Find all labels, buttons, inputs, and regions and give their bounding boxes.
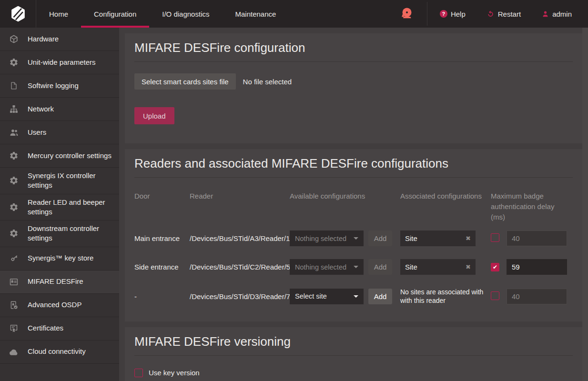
- use-key-version-row: Use key version: [134, 369, 573, 377]
- sidebar-item-label: Network: [28, 104, 54, 114]
- alarm-bell-icon: [399, 6, 414, 21]
- user-menu[interactable]: admin: [542, 10, 572, 18]
- certificate-icon: [0, 323, 28, 333]
- column-header-max-delay: Maximum badge authentication delay (ms): [491, 191, 573, 222]
- cloud-icon: [0, 348, 28, 356]
- nav-io-diagnostics[interactable]: I/O diagnostics: [149, 0, 222, 28]
- sidebar-item-label: Users: [28, 128, 46, 137]
- add-config-button[interactable]: Add: [368, 289, 392, 304]
- nav-home[interactable]: Home: [36, 0, 81, 28]
- door-cell: -: [134, 292, 190, 301]
- gear-icon: [0, 176, 28, 185]
- sidebar-item-certificates[interactable]: Certificates: [0, 317, 119, 341]
- sidebar-item-synergis-key-store[interactable]: Synergis™ key store: [0, 247, 119, 271]
- sidebar-item-label: Downstream controller settings: [28, 224, 113, 243]
- network-icon: [0, 104, 28, 114]
- restart-label: Restart: [498, 10, 521, 18]
- upload-button[interactable]: Upload: [134, 107, 174, 124]
- available-config-dropdown[interactable]: Nothing selected: [290, 259, 364, 275]
- readers-table-header: Door Reader Available configurations Ass…: [134, 191, 573, 222]
- column-header-available: Available configurations: [290, 191, 400, 201]
- available-config-cell: Nothing selected Add: [290, 259, 400, 275]
- sidebar-item-network[interactable]: Network: [0, 98, 119, 121]
- select-sites-file-button[interactable]: Select smart cards sites file: [134, 73, 236, 90]
- add-config-button[interactable]: Add: [368, 231, 392, 246]
- restart-icon: [487, 10, 495, 18]
- use-key-version-label: Use key version: [149, 369, 200, 377]
- nav-configuration[interactable]: Configuration: [81, 0, 149, 28]
- sidebar-item-label: Softwire logging: [28, 81, 79, 90]
- sidebar-item-label: MIFARE DESFire: [28, 277, 83, 286]
- remove-site-icon[interactable]: [466, 235, 471, 242]
- top-navbar: Home Configuration I/O diagnostics Maint…: [0, 0, 588, 28]
- remove-site-icon[interactable]: [466, 263, 471, 271]
- gear-icon: [0, 151, 28, 160]
- associated-config-cell: Site: [400, 231, 491, 246]
- sidebar-item-reader-led-beeper-settings[interactable]: Reader LED and beeper settings: [0, 194, 119, 221]
- help-icon: ?: [440, 10, 447, 18]
- delay-input-cell: [507, 231, 573, 246]
- sidebar: Hardware Unit-wide parameters Softwire l…: [0, 28, 119, 381]
- delay-override-checkbox[interactable]: [491, 263, 499, 271]
- dropdown-value: Select site: [295, 292, 327, 300]
- dropdown-value: Nothing selected: [295, 263, 346, 271]
- reader-row-unassigned: - /Devices/Bus/STid/D3/Reader/7 Select s…: [134, 288, 573, 305]
- scrollbar[interactable]: [582, 28, 588, 381]
- sidebar-item-downstream-controller-settings[interactable]: Downstream controller settings: [0, 221, 119, 247]
- delay-input-cell: [507, 259, 573, 275]
- reader-path-cell: /Devices/Bus/STid/A3/Reader/1: [190, 234, 290, 242]
- chip-label: Site: [405, 263, 417, 271]
- sidebar-item-synergis-ix-controller-settings[interactable]: Synergis IX controller settings: [0, 168, 119, 194]
- gear-icon: [0, 229, 28, 238]
- column-header-door: Door: [134, 191, 190, 201]
- available-config-dropdown[interactable]: Nothing selected: [290, 231, 364, 246]
- chevron-down-icon: [354, 266, 358, 268]
- card-lock-icon: [0, 277, 28, 287]
- column-header-associated: Associated configurations: [400, 191, 491, 201]
- door-cell: Side entrance: [134, 263, 190, 271]
- associated-config-cell: No sites are associated with with this r…: [400, 288, 491, 305]
- delay-input[interactable]: [507, 289, 567, 304]
- delay-input[interactable]: [507, 231, 567, 246]
- sidebar-item-advanced-osdp[interactable]: Advanced OSDP: [0, 294, 119, 317]
- section-mifare-versioning: MIFARE DESFire versioning Use key versio…: [125, 327, 582, 381]
- alarm-button[interactable]: [399, 6, 414, 21]
- sidebar-item-softwire-logging[interactable]: Softwire logging: [0, 74, 119, 98]
- delay-checkbox-cell: [491, 291, 507, 301]
- sidebar-item-mifare-desfire[interactable]: MIFARE DESFire: [0, 271, 119, 294]
- available-config-dropdown[interactable]: Select site: [290, 289, 364, 304]
- help-button[interactable]: ? Help: [440, 10, 466, 18]
- sidebar-item-label: Hardware: [28, 34, 59, 44]
- topbar-divider: [427, 2, 427, 26]
- available-config-cell: Nothing selected Add: [290, 231, 400, 246]
- sidebar-item-label: Advanced OSDP: [28, 300, 81, 310]
- sidebar-item-label: Synergis IX controller settings: [28, 171, 113, 190]
- associated-site-chip: Site: [400, 259, 476, 275]
- nav-maintenance[interactable]: Maintenance: [222, 0, 289, 28]
- chevron-down-icon: [354, 295, 358, 298]
- delay-checkbox-cell: [491, 233, 507, 243]
- sidebar-item-cloud-connectivity[interactable]: Cloud connectivity: [0, 341, 119, 364]
- delay-input[interactable]: [507, 259, 567, 275]
- topbar-right: ? Help Restart admin: [399, 0, 572, 28]
- sidebar-item-label: Mercury controller settings: [28, 151, 112, 160]
- sidebar-item-mercury-controller-settings[interactable]: Mercury controller settings: [0, 144, 119, 168]
- sidebar-item-unit-wide-parameters[interactable]: Unit-wide parameters: [0, 51, 119, 74]
- delay-override-checkbox[interactable]: [491, 233, 499, 242]
- dropdown-value: Nothing selected: [295, 235, 346, 242]
- delay-override-checkbox[interactable]: [491, 291, 499, 300]
- add-config-button[interactable]: Add: [368, 259, 392, 275]
- available-config-cell: Select site Add: [290, 289, 400, 304]
- sidebar-item-hardware[interactable]: Hardware: [0, 28, 119, 51]
- genetec-logo-icon: [9, 5, 27, 23]
- reader-row-side-entrance: Side entrance /Devices/Bus/STid/C2/Reade…: [134, 259, 573, 275]
- restart-button[interactable]: Restart: [487, 10, 521, 18]
- associated-config-cell: Site: [400, 259, 491, 275]
- section-mifare-configuration: MIFARE DESFire configuration Select smar…: [125, 33, 582, 143]
- users-icon: [0, 128, 28, 137]
- use-key-version-checkbox[interactable]: [134, 369, 143, 377]
- delay-checkbox-cell: [491, 262, 507, 271]
- app-logo[interactable]: [0, 0, 36, 28]
- file-select-row: Select smart cards sites file No file se…: [134, 73, 573, 90]
- sidebar-item-users[interactable]: Users: [0, 121, 119, 144]
